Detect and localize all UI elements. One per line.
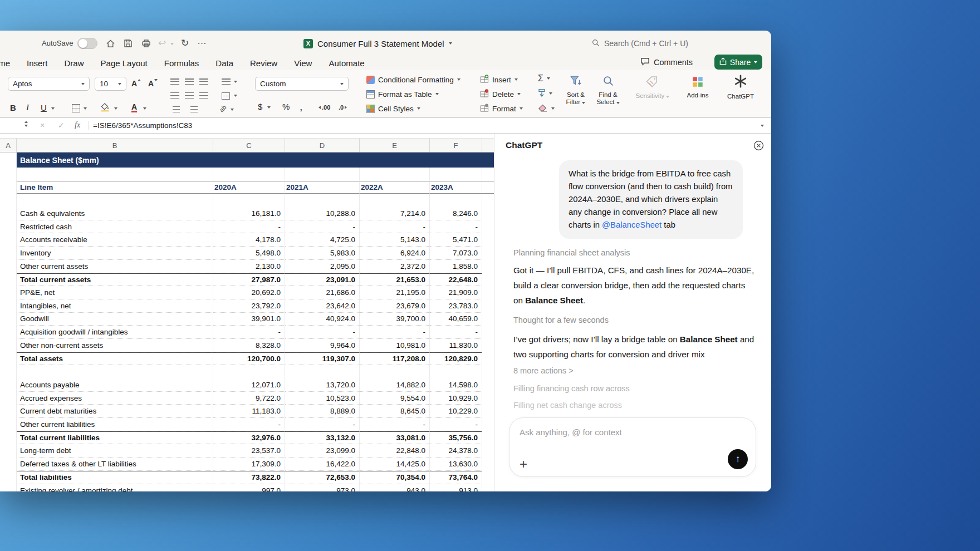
- value-cell[interactable]: 13,630.0: [430, 457, 482, 471]
- align-left-icon[interactable]: [170, 92, 179, 99]
- value-cell[interactable]: 27,987.0: [213, 273, 285, 287]
- table-row[interactable]: Other current liabilities----: [0, 418, 494, 431]
- col-a-cell[interactable]: [0, 339, 17, 352]
- col-a-cell[interactable]: [0, 152, 17, 168]
- col-a-cell[interactable]: [0, 431, 17, 445]
- number-format-select[interactable]: Custom: [255, 77, 349, 91]
- row-label-cell[interactable]: Intangibles, net: [17, 299, 213, 313]
- merge-chevron-icon[interactable]: [234, 95, 237, 97]
- value-cell[interactable]: [213, 365, 285, 378]
- table-row[interactable]: Existing revolver / amortizing debt997.0…: [0, 484, 494, 492]
- value-cell[interactable]: 73,822.0: [213, 471, 285, 484]
- table-row[interactable]: Total liabilities73,822.072,653.070,354.…: [0, 471, 494, 484]
- underline-chevron-icon[interactable]: [51, 107, 55, 110]
- value-cell[interactable]: [360, 365, 430, 378]
- underline-button[interactable]: U: [41, 103, 47, 112]
- col-a-cell[interactable]: [0, 273, 17, 287]
- tab-page-layout[interactable]: Page Layout: [101, 58, 148, 68]
- increase-font-icon[interactable]: A: [131, 79, 141, 88]
- value-cell[interactable]: 11,183.0: [213, 405, 285, 418]
- table-row[interactable]: Deferred taxes & other LT liabilities17,…: [0, 457, 494, 471]
- row-label-cell[interactable]: Cash & equivalents: [17, 207, 213, 220]
- formula-bar-expand-icon[interactable]: [761, 125, 764, 127]
- value-cell[interactable]: -: [285, 418, 360, 431]
- redo-icon[interactable]: ↻: [181, 37, 189, 49]
- value-cell[interactable]: 40,659.0: [430, 313, 482, 326]
- chat-input-box[interactable]: + ↑: [509, 417, 756, 477]
- year-header[interactable]: 2021A: [285, 181, 360, 194]
- col-a-cell[interactable]: [0, 457, 17, 471]
- sheet-section-title[interactable]: Balance Sheet ($mm): [17, 152, 494, 168]
- value-cell[interactable]: 7,073.0: [430, 247, 482, 260]
- value-cell[interactable]: 6,924.0: [360, 247, 430, 260]
- tab-data[interactable]: Data: [215, 58, 233, 68]
- value-cell[interactable]: 8,645.0: [360, 405, 430, 418]
- sort-filter-button[interactable]: Sort &Filter: [560, 75, 592, 106]
- col-header-b[interactable]: B: [17, 139, 213, 152]
- value-cell[interactable]: 23,642.0: [285, 299, 360, 313]
- col-a-cell[interactable]: [0, 260, 17, 273]
- value-cell[interactable]: 7,214.0: [360, 207, 430, 220]
- more-options-icon[interactable]: …: [197, 36, 207, 47]
- value-cell[interactable]: 11,830.0: [430, 339, 482, 352]
- print-icon[interactable]: [140, 38, 151, 48]
- table-row[interactable]: Inventory5,498.05,983.06,924.07,073.0: [0, 247, 494, 260]
- value-cell[interactable]: 23,783.0: [430, 299, 482, 313]
- align-bottom-icon[interactable]: [199, 78, 208, 85]
- format-cells-button[interactable]: Format: [480, 102, 523, 115]
- row-label-cell[interactable]: Existing revolver / amortizing debt: [17, 484, 213, 492]
- value-cell[interactable]: 20,692.0: [213, 286, 285, 299]
- table-row[interactable]: Total current liabilities32,976.033,132.…: [0, 431, 494, 445]
- row-label-cell[interactable]: Other current assets: [17, 260, 213, 273]
- row-label-cell[interactable]: Deferred taxes & other LT liabilities: [17, 457, 213, 471]
- tab-review[interactable]: Review: [250, 58, 277, 68]
- value-cell[interactable]: 5,498.0: [213, 247, 285, 260]
- row-label-cell[interactable]: Total liabilities: [17, 471, 213, 484]
- section-title-row[interactable]: Balance Sheet ($mm): [0, 152, 494, 168]
- conditional-formatting-button[interactable]: Conditional Formatting: [366, 73, 460, 86]
- value-cell[interactable]: 10,229.0: [430, 405, 482, 418]
- col-a-cell[interactable]: [0, 247, 17, 260]
- value-cell[interactable]: -: [285, 326, 360, 339]
- wrap-text-icon[interactable]: [222, 78, 231, 85]
- attach-plus-button[interactable]: +: [520, 457, 527, 471]
- value-cell[interactable]: 120,829.0: [430, 352, 482, 366]
- formula-input[interactable]: =IS!E6/365*Assumptions!C83: [93, 121, 192, 130]
- col-a-cell[interactable]: [0, 378, 17, 392]
- year-header[interactable]: 2020A: [213, 181, 285, 194]
- borders-icon[interactable]: [71, 104, 81, 113]
- table-row[interactable]: Other current assets2,130.02,095.02,372.…: [0, 260, 494, 273]
- value-cell[interactable]: -: [213, 220, 285, 234]
- row-label-cell[interactable]: Current debt maturities: [17, 405, 213, 418]
- value-cell[interactable]: 21,686.0: [285, 286, 360, 299]
- col-a-cell[interactable]: [0, 352, 17, 366]
- table-row[interactable]: Intangibles, net23,792.023,642.023,679.0…: [0, 299, 494, 313]
- value-cell[interactable]: 14,425.0: [360, 457, 430, 471]
- value-cell[interactable]: 5,143.0: [360, 233, 430, 247]
- tab-automate[interactable]: Automate: [329, 58, 364, 68]
- decrease-decimal-icon[interactable]: .0: [339, 104, 347, 111]
- col-a-cell[interactable]: [0, 181, 17, 194]
- orientation-chevron-icon[interactable]: [231, 109, 234, 111]
- value-cell[interactable]: 73,764.0: [430, 471, 482, 484]
- font-color-chevron-icon[interactable]: [143, 107, 146, 110]
- value-cell[interactable]: 23,091.0: [285, 273, 360, 287]
- fill-color-chevron-icon[interactable]: [114, 107, 117, 110]
- text-orientation-icon[interactable]: ab: [218, 104, 228, 113]
- value-cell[interactable]: -: [430, 326, 482, 339]
- row-label-cell[interactable]: Long-term debt: [17, 444, 213, 457]
- value-cell[interactable]: 117,208.0: [360, 352, 430, 366]
- row-label-cell[interactable]: Total assets: [17, 352, 213, 366]
- value-cell[interactable]: 23,792.0: [213, 299, 285, 313]
- value-cell[interactable]: 4,725.0: [285, 233, 360, 247]
- value-cell[interactable]: 4,178.0: [213, 233, 285, 247]
- row-label-cell[interactable]: [17, 194, 213, 207]
- row-label-cell[interactable]: Restricted cash: [17, 220, 213, 234]
- col-a-cell[interactable]: [0, 299, 17, 313]
- value-cell[interactable]: 2,130.0: [213, 260, 285, 273]
- increase-decimal-icon[interactable]: .00: [318, 104, 330, 111]
- currency-format-icon[interactable]: $: [258, 102, 262, 111]
- col-a-cell[interactable]: [0, 365, 17, 378]
- table-row[interactable]: [0, 194, 494, 207]
- table-row[interactable]: [0, 168, 494, 181]
